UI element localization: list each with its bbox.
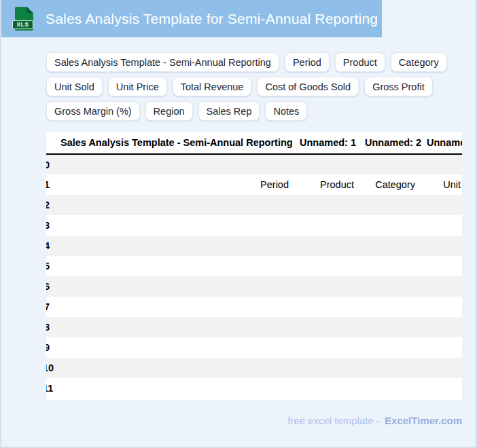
keyword-chip[interactable]: Sales Analysis Template - Semi-Annual Re… <box>46 52 279 72</box>
table-cell <box>421 276 462 297</box>
column-header: Unnamed: 2 <box>359 132 421 154</box>
table-cell <box>359 297 421 317</box>
table-cell <box>294 358 359 378</box>
footer: free excel template -ExcelTimer.com <box>1 415 462 426</box>
keyword-chip[interactable]: Unit Price <box>108 77 167 96</box>
table-row: 3 <box>46 215 462 236</box>
table-cell <box>294 378 359 398</box>
table-viewport[interactable]: Sales Analysis Template - Semi-Annual Re… <box>46 132 462 400</box>
table-cell: Category <box>359 174 421 195</box>
column-header: Unnamed: 3 <box>421 132 462 154</box>
row-index: 11 <box>46 378 55 398</box>
table-cell <box>294 297 359 317</box>
table-cell <box>55 154 294 174</box>
table-cell <box>359 215 421 236</box>
table-cell <box>421 256 462 276</box>
table-cell <box>359 276 421 297</box>
table-cell <box>359 154 421 174</box>
keyword-chip[interactable]: Cost of Goods Sold <box>257 77 359 96</box>
keyword-chips: Sales Analysis Template - Semi-Annual Re… <box>46 52 462 121</box>
table-cell <box>359 358 421 378</box>
table-row: 9 <box>46 337 462 358</box>
table-cell <box>421 358 462 378</box>
table-cell <box>294 154 359 174</box>
table-cell <box>55 358 294 378</box>
xls-file-icon: XLS <box>15 7 33 31</box>
column-header <box>46 132 55 154</box>
table-cell <box>294 215 359 236</box>
row-index: 1 <box>46 174 55 195</box>
table-row: 10 <box>46 358 462 378</box>
table-cell <box>294 337 359 358</box>
keyword-chip[interactable]: Unit Sold <box>46 77 103 96</box>
row-index: 4 <box>46 236 55 256</box>
table-row: 7 <box>46 297 462 317</box>
table-cell <box>55 337 294 358</box>
table-row: 0 <box>46 154 462 174</box>
row-index: 3 <box>46 215 55 236</box>
table-cell <box>421 195 462 215</box>
table-cell <box>421 378 462 398</box>
row-index: 10 <box>46 358 55 378</box>
keyword-chip[interactable]: Gross Profit <box>364 77 433 96</box>
table-cell <box>421 337 462 358</box>
table-cell <box>294 317 359 337</box>
table-header: Sales Analysis Template - Semi-Annual Re… <box>46 132 462 154</box>
table-cell <box>55 236 294 256</box>
table-cell: Period <box>55 174 294 195</box>
row-index: 6 <box>46 276 55 297</box>
data-table: Sales Analysis Template - Semi-Annual Re… <box>46 132 462 398</box>
column-header: Sales Analysis Template - Semi-Annual Re… <box>55 132 294 154</box>
table-cell <box>55 317 294 337</box>
table-cell <box>294 276 359 297</box>
table-cell <box>55 215 294 236</box>
table-cell <box>359 195 421 215</box>
table-cell <box>359 317 421 337</box>
table-cell <box>359 236 421 256</box>
keyword-chip[interactable]: Gross Margin (%) <box>46 101 140 121</box>
table-cell <box>359 337 421 358</box>
table-cell <box>55 256 294 276</box>
table-row: 6 <box>46 276 462 297</box>
table-cell <box>294 256 359 276</box>
table-row: 4 <box>46 236 462 256</box>
row-index: 2 <box>46 195 55 215</box>
table-cell <box>55 297 294 317</box>
keyword-chip[interactable]: Category <box>391 52 447 72</box>
table-cell <box>359 256 421 276</box>
table-body: 01PeriodProductCategoryUnit Sold23456789… <box>46 154 462 398</box>
table-cell <box>421 154 462 174</box>
table-cell <box>421 297 462 317</box>
header-bar: XLS Sales Analysis Template for Semi-Ann… <box>1 0 382 37</box>
footer-text: free excel template - <box>287 415 380 426</box>
table-cell <box>55 276 294 297</box>
keyword-chip[interactable]: Sales Rep <box>198 101 260 121</box>
table-cell <box>55 378 294 398</box>
table-cell <box>421 215 462 236</box>
table-cell <box>55 195 294 215</box>
column-header: Unnamed: 1 <box>294 132 359 154</box>
table-row: 11 <box>46 378 462 398</box>
table-cell <box>421 317 462 337</box>
table-header-row: Sales Analysis Template - Semi-Annual Re… <box>46 132 462 154</box>
table-row: 1PeriodProductCategoryUnit Sold <box>46 174 462 195</box>
file-type-label: XLS <box>12 20 33 29</box>
table-cell <box>421 236 462 256</box>
keyword-chip[interactable]: Product <box>335 52 385 72</box>
row-index: 0 <box>46 154 55 174</box>
table-cell: Product <box>294 174 359 195</box>
keyword-chip[interactable]: Total Revenue <box>173 77 252 96</box>
page-title: Sales Analysis Template for Semi-Annual … <box>46 11 378 27</box>
keyword-chip[interactable]: Region <box>145 101 193 121</box>
table-row: 5 <box>46 256 462 276</box>
table-cell <box>294 236 359 256</box>
row-index: 7 <box>46 297 55 317</box>
table-cell: Unit Sold <box>421 174 462 195</box>
keyword-chip[interactable]: Notes <box>265 101 307 121</box>
row-index: 9 <box>46 337 55 358</box>
keyword-chip[interactable]: Period <box>285 52 330 72</box>
table-cell <box>294 195 359 215</box>
row-index: 5 <box>46 256 55 276</box>
row-index: 8 <box>46 317 55 337</box>
footer-brand-link[interactable]: ExcelTimer.com <box>385 415 462 426</box>
